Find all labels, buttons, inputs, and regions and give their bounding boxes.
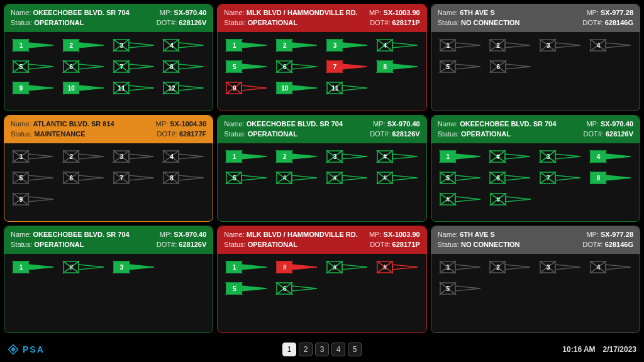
crossing-card[interactable]: Name: MLK BLVD / HAMMONDVILLE RD. MP: SX… <box>217 226 426 333</box>
signal-icon[interactable]: 4 <box>374 36 421 55</box>
crossing-card[interactable]: Name: 6TH AVE S MP: SX-977.28 Status: NO… <box>431 4 640 111</box>
signal-icon[interactable]: # <box>273 168 321 187</box>
signal-number: 2 <box>70 153 74 160</box>
signal-icon[interactable]: 11 <box>110 79 158 97</box>
signal-icon[interactable]: 1 <box>223 258 270 277</box>
page-button[interactable]: 1 <box>282 343 296 356</box>
signal-icon[interactable]: 5 <box>9 168 57 187</box>
crossing-card[interactable]: Name: OKEECHOBEE BLVD. SR 704 MP: SX-970… <box>4 226 213 333</box>
signal-icon[interactable]: 9 <box>9 190 57 209</box>
signal-icon[interactable]: 3 <box>110 147 158 166</box>
signal-icon[interactable]: 3 <box>536 258 584 277</box>
status-label: Status: <box>224 19 247 26</box>
signal-icon[interactable]: # <box>374 147 421 166</box>
signal-icon[interactable]: 1 <box>9 36 57 55</box>
signal-icon[interactable]: 5 <box>436 57 484 76</box>
signal-icon[interactable]: # <box>273 258 321 277</box>
card-header: Name: OKEECHOBEE BLVD. SR 704 MP: SX-970… <box>4 226 213 254</box>
signal-icon[interactable]: 8 <box>160 57 208 76</box>
signal-number: 4 <box>597 41 601 48</box>
signal-icon[interactable]: 3 <box>536 147 584 166</box>
signal-icon[interactable]: 12 <box>160 79 208 97</box>
signal-row: 9 10 11 <box>9 79 208 97</box>
crossing-card[interactable]: Name: MLK BLVD / HAMMONDVILLE RD. MP: SX… <box>217 4 426 111</box>
signal-icon[interactable]: 2 <box>486 36 534 55</box>
signal-icon[interactable]: 4 <box>160 147 208 166</box>
signal-icon[interactable]: # <box>487 190 535 209</box>
signal-icon[interactable]: 5 <box>9 57 57 76</box>
signal-icon[interactable]: 8 <box>160 168 208 187</box>
crossing-card[interactable]: Name: 6TH AVE S MP: SX-977.28 Status: NO… <box>431 226 640 333</box>
signal-icon[interactable]: # <box>486 147 534 166</box>
signal-icon[interactable]: 6 <box>486 168 534 187</box>
signal-icon[interactable]: 6 <box>60 168 108 187</box>
signal-icon[interactable]: 3 <box>110 36 158 55</box>
signal-icon[interactable]: 4 <box>160 36 208 55</box>
signal-icon[interactable]: 5 <box>436 168 484 187</box>
signal-number: 1 <box>446 264 450 271</box>
signal-icon[interactable]: 6 <box>487 57 535 76</box>
signal-icon[interactable]: 10 <box>60 79 108 97</box>
signal-icon[interactable]: # <box>374 168 421 187</box>
signal-icon[interactable]: 3 <box>323 36 371 55</box>
signal-icon[interactable]: 1 <box>9 258 57 277</box>
signal-icon[interactable]: 7 <box>110 57 158 76</box>
signal-icon[interactable]: 5 <box>223 57 270 76</box>
signal-icon[interactable]: # <box>374 258 421 277</box>
svg-marker-99 <box>392 64 418 69</box>
signal-number: 5 <box>233 285 236 292</box>
signal-icon[interactable]: 8 <box>587 168 635 187</box>
signal-icon[interactable]: 3 <box>536 36 584 55</box>
signal-icon[interactable]: 4 <box>587 258 635 277</box>
signal-number: 6 <box>70 63 74 70</box>
crossing-card[interactable]: Name: OKEECHOBEE BLVD. SR 704 MP: SX-970… <box>4 4 213 111</box>
signal-icon[interactable]: 5 <box>223 168 270 187</box>
signal-icon[interactable]: 4 <box>587 147 635 166</box>
signal-icon[interactable]: 2 <box>60 147 108 166</box>
svg-marker-351 <box>11 347 16 352</box>
signal-icon[interactable]: 3 <box>110 258 158 277</box>
crossing-card[interactable]: Name: OKEECHOBEE BLVD. SR 704 MP: SX-970… <box>431 115 640 222</box>
signal-icon[interactable]: # <box>323 258 371 277</box>
signal-icon[interactable]: 7 <box>323 57 371 76</box>
signal-number: 7 <box>119 63 123 70</box>
signal-icon[interactable]: 5 <box>223 279 270 298</box>
signal-icon[interactable]: 5 <box>436 279 484 298</box>
signal-icon[interactable]: 1 <box>436 36 484 55</box>
signal-icon[interactable]: # <box>323 168 371 187</box>
signal-icon[interactable]: 6 <box>60 57 108 76</box>
signal-icon[interactable]: 1 <box>223 147 270 166</box>
signal-icon[interactable]: 9 <box>9 79 57 97</box>
signal-icon[interactable]: 1 <box>436 258 484 277</box>
signal-icon[interactable]: 1 <box>9 147 57 166</box>
page-button[interactable]: 4 <box>331 343 345 356</box>
signal-icon[interactable]: 2 <box>486 258 534 277</box>
signal-icon[interactable]: 1 <box>436 147 484 166</box>
signal-number: # <box>283 264 287 271</box>
signal-icon[interactable]: 9 <box>223 79 270 97</box>
page-button[interactable]: 5 <box>348 343 362 356</box>
crossing-card[interactable]: Name: ATLANTIC BLVD. SR 814 MP: SX-1004.… <box>4 115 213 222</box>
signal-icon[interactable]: 10 <box>273 79 321 97</box>
signal-icon[interactable]: 3 <box>323 147 371 166</box>
svg-marker-204 <box>342 154 367 159</box>
signal-icon[interactable]: 7 <box>110 168 158 187</box>
signal-icon[interactable]: 2 <box>273 36 321 55</box>
status-value: NO CONNECTION <box>461 19 520 26</box>
signal-icon[interactable]: 11 <box>323 79 371 97</box>
signal-icon[interactable]: 6 <box>273 279 321 298</box>
page-button[interactable]: 3 <box>315 343 329 356</box>
signal-icon[interactable]: # <box>60 258 108 277</box>
signal-icon[interactable]: 6 <box>273 57 321 76</box>
signal-number: 2 <box>496 264 500 271</box>
svg-marker-299 <box>242 265 267 270</box>
signal-icon[interactable]: 2 <box>60 36 108 55</box>
signal-icon[interactable]: 1 <box>223 36 270 55</box>
signal-icon[interactable]: 4 <box>587 36 635 55</box>
signal-icon[interactable]: # <box>436 190 484 209</box>
signal-icon[interactable]: 8 <box>374 57 421 76</box>
page-button[interactable]: 2 <box>299 343 313 356</box>
signal-icon[interactable]: 7 <box>536 168 584 187</box>
signal-icon[interactable]: 2 <box>273 147 321 166</box>
crossing-card[interactable]: Name: OKEECHOBEE BLVD. SR 704 MP: SX-970… <box>217 115 426 222</box>
